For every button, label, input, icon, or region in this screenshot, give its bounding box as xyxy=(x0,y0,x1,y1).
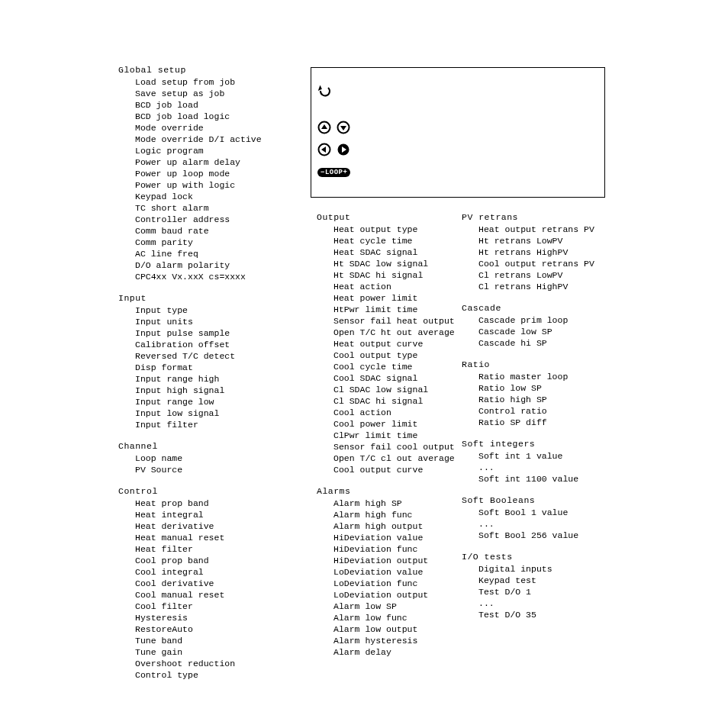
list-item: Digital inputs xyxy=(462,563,614,575)
plus-icon: + xyxy=(343,169,348,176)
list-item: LoDeviation value xyxy=(317,566,462,578)
list-item: Save setup as job xyxy=(118,88,301,99)
list-item: Cool cycle time xyxy=(317,361,462,372)
list-item: HiDeviation value xyxy=(317,532,462,543)
list-item: Test D/O 35 xyxy=(462,609,614,620)
icon-row-updown xyxy=(317,121,598,137)
right-arrow-icon[interactable] xyxy=(337,143,350,159)
list-item: Soft Bool 256 value xyxy=(462,530,614,541)
list-item: Cl SDAC hi signal xyxy=(317,395,462,407)
section-head-soft-booleans: Soft Booleans xyxy=(462,495,614,505)
section-head-ratio: Ratio xyxy=(462,359,614,369)
icon-row-leftright xyxy=(317,143,598,159)
list-item: Cool action xyxy=(317,407,462,418)
down-arrow-icon[interactable] xyxy=(337,121,350,137)
list-item: Heat SDAC signal xyxy=(317,246,462,258)
list-item: Power up alarm delay xyxy=(118,156,301,168)
list-item: Power up with logic xyxy=(118,179,301,191)
list-item: BCD job load logic xyxy=(118,111,301,122)
list-item: Cool manual reset xyxy=(118,589,301,601)
section-head-cascade: Cascade xyxy=(462,303,614,313)
list-item: Ht retrans LowPV xyxy=(462,235,614,246)
page: { "col1": { "s0": { "head": "Global setu… xyxy=(0,0,728,728)
list-item: Cascade low SP xyxy=(462,326,614,337)
list-item: Input filter xyxy=(118,419,301,430)
list-item: Input pulse sample xyxy=(118,327,301,339)
list-item: ... xyxy=(462,518,614,530)
list-item: Alarm high SP xyxy=(317,498,462,509)
loop-button[interactable]: −LOOP+ xyxy=(317,168,350,177)
list-item: Alarm low func xyxy=(317,612,462,623)
list-item: Alarm hysteresis xyxy=(317,635,462,646)
list-item: Open T/C ht out average xyxy=(317,327,462,338)
section-head-output: Output xyxy=(317,212,462,222)
up-arrow-icon[interactable] xyxy=(317,121,331,137)
control-panel: −LOOP+ xyxy=(311,67,605,198)
list-item: Cool filter xyxy=(118,601,301,612)
list-item: Ratio SP diff xyxy=(462,417,614,428)
list-item: Cl retrans HighPV xyxy=(462,281,614,292)
list-item: Input high signal xyxy=(118,385,301,396)
list-item: RestoreAuto xyxy=(118,623,301,635)
list-item: Cool derivative xyxy=(118,578,301,589)
list-item: Keypad test xyxy=(462,575,614,586)
list-item: Cl SDAC low signal xyxy=(317,384,462,395)
list-item: Heat output type xyxy=(317,224,462,235)
list-item: Cascade hi SP xyxy=(462,337,614,349)
list-item: Sensor fail heat output xyxy=(317,315,462,327)
list-item: Cool SDAC signal xyxy=(317,372,462,384)
list-item: Heat prop band xyxy=(118,498,301,509)
list-item: Input low signal xyxy=(118,407,301,419)
list-item: Cool power limit xyxy=(317,418,462,430)
section-head-control: Control xyxy=(118,486,301,496)
section-head-pv-retrans: PV retrans xyxy=(462,212,614,222)
list-item: Control ratio xyxy=(462,405,614,417)
list-item: Control type xyxy=(118,669,301,681)
list-item: Reversed T/C detect xyxy=(118,350,301,362)
list-item: Test D/O 1 xyxy=(462,586,614,598)
list-item: Alarm low SP xyxy=(317,601,462,612)
list-item: Ht retrans HighPV xyxy=(462,246,614,258)
list-item: Heat integral xyxy=(118,509,301,520)
column-1: Global setup Load setup from job Save se… xyxy=(118,65,301,681)
list-item: Alarm low output xyxy=(317,623,462,635)
loop-label: LOOP xyxy=(325,169,343,176)
icon-row-loop: −LOOP+ xyxy=(317,165,598,177)
list-item: HiDeviation func xyxy=(317,543,462,555)
list-item: HtPwr limit time xyxy=(317,304,462,315)
list-item: Tune band xyxy=(118,635,301,646)
list-item: Overshoot reduction xyxy=(118,658,301,669)
list-item: Input type xyxy=(118,304,301,316)
list-item: Heat cycle time xyxy=(317,235,462,246)
list-item: Cool output curve xyxy=(317,464,462,475)
list-item: ... xyxy=(462,598,614,609)
list-item: Cool output retrans PV xyxy=(462,258,614,269)
icon-row-back xyxy=(317,85,598,101)
back-enter-icon[interactable] xyxy=(317,85,331,101)
list-item: Comm baud rate xyxy=(118,225,301,237)
column-3: PV retrans Heat output retrans PV Ht ret… xyxy=(462,212,614,620)
list-item: Heat action xyxy=(317,281,462,292)
list-item: Open T/C cl out average xyxy=(317,453,462,464)
list-item: Input units xyxy=(118,316,301,327)
list-item: Input range low xyxy=(118,396,301,407)
list-item: Logic program xyxy=(118,145,301,156)
list-item: Soft Bool 1 value xyxy=(462,507,614,518)
list-item: Controller address xyxy=(118,214,301,225)
left-arrow-icon[interactable] xyxy=(317,143,331,159)
list-item: Calibration offset xyxy=(118,339,301,350)
list-item: Sensor fail cool output xyxy=(317,441,462,453)
list-item: Ht SDAC hi signal xyxy=(317,269,462,281)
list-item: ... xyxy=(462,462,614,473)
list-item: Heat output curve xyxy=(317,338,462,350)
section-head-io-tests: I/O tests xyxy=(462,552,614,562)
section-head-global-setup: Global setup xyxy=(118,65,301,75)
list-item: AC line freq xyxy=(118,248,301,259)
list-item: Loop name xyxy=(118,453,301,464)
list-item: BCD job load xyxy=(118,99,301,111)
list-item: Input range high xyxy=(118,373,301,385)
list-item: LoDeviation func xyxy=(317,578,462,589)
list-item: Heat derivative xyxy=(118,520,301,532)
column-2: Output Heat output type Heat cycle time … xyxy=(317,212,462,658)
list-item: Soft int 1100 value xyxy=(462,473,614,485)
